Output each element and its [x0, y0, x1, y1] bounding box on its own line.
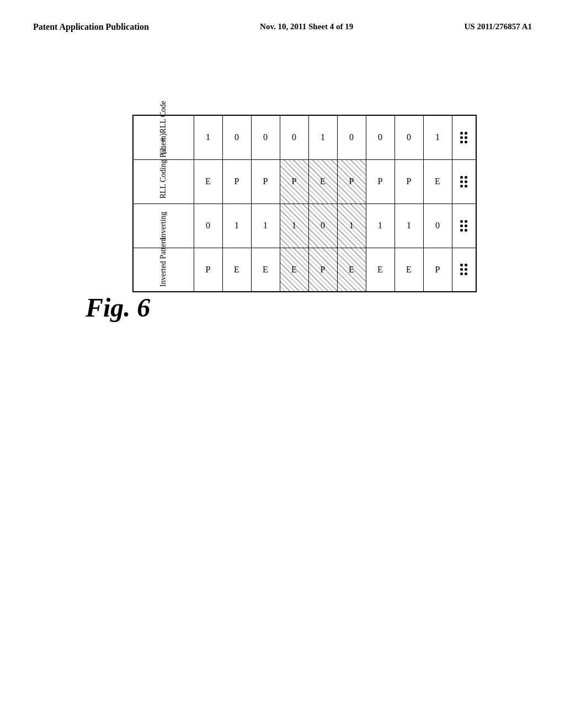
patent-number: US 2011/276857 A1	[464, 22, 532, 31]
data-cell: E	[194, 159, 222, 204]
data-cell: 0	[194, 204, 222, 248]
data-cell: 0	[222, 115, 251, 159]
data-cell: 0	[366, 115, 395, 159]
table-row: Inverting 0 1 1 1 0 1 1 1 0	[133, 204, 476, 248]
data-cell: 0	[251, 115, 280, 159]
data-cell-hatched: P	[337, 159, 366, 204]
data-cell: 1	[251, 204, 280, 248]
data-cell-hatched: 1	[337, 204, 366, 248]
data-cell-hatched: 0	[308, 204, 337, 248]
publication-info: Nov. 10, 2011 Sheet 4 of 19	[260, 22, 353, 31]
data-cell: P	[423, 248, 452, 292]
data-cell: 1	[308, 115, 337, 159]
data-cell-hatched: 1	[280, 204, 308, 248]
data-cell: P	[366, 159, 395, 204]
table-row: Inverted Pattern P E E E P E E E P	[133, 248, 476, 292]
row-label-coding-pattern: RLL Coding Pattern	[133, 159, 194, 204]
data-cell: E	[395, 248, 423, 292]
data-cell: P	[395, 159, 423, 204]
main-content: (2, ∞)RLL Code 1 0 0 0 1 0 0 0 1	[0, 43, 565, 292]
data-cell: 1	[423, 115, 452, 159]
row-label-inverted-pattern: Inverted Pattern	[133, 248, 194, 292]
data-cell-hatched: P	[308, 248, 337, 292]
page-header: Patent Application Publication Nov. 10, …	[0, 0, 565, 43]
data-cell: P	[194, 248, 222, 292]
data-cell-hatched: E	[280, 248, 308, 292]
data-cell: P	[222, 159, 251, 204]
data-cell: 1	[395, 204, 423, 248]
data-cell: 1	[222, 204, 251, 248]
dots-cell	[452, 204, 476, 248]
data-cell: 0	[337, 115, 366, 159]
data-cell: E	[366, 248, 395, 292]
rll-table: (2, ∞)RLL Code 1 0 0 0 1 0 0 0 1	[132, 115, 477, 292]
data-cell: 1	[194, 115, 222, 159]
data-cell: 0	[280, 115, 308, 159]
data-cell-hatched: P	[280, 159, 308, 204]
table-row: (2, ∞)RLL Code 1 0 0 0 1 0 0 0 1	[133, 115, 476, 159]
figure-label: Fig. 6	[86, 292, 150, 323]
dots-cell	[452, 159, 476, 204]
publication-title: Patent Application Publication	[33, 22, 149, 32]
data-cell: 0	[395, 115, 423, 159]
data-cell: 0	[423, 204, 452, 248]
data-cell-hatched: E	[308, 159, 337, 204]
data-cell: 1	[366, 204, 395, 248]
data-cell-hatched: E	[337, 248, 366, 292]
data-cell: E	[423, 159, 452, 204]
data-cell: E	[222, 248, 251, 292]
data-cell: P	[251, 159, 280, 204]
dots-cell	[452, 115, 476, 159]
dots-cell	[452, 248, 476, 292]
figure-table-wrapper: (2, ∞)RLL Code 1 0 0 0 1 0 0 0 1	[132, 115, 477, 292]
data-cell: E	[251, 248, 280, 292]
table-row: RLL Coding Pattern E P P P E P P P E	[133, 159, 476, 204]
